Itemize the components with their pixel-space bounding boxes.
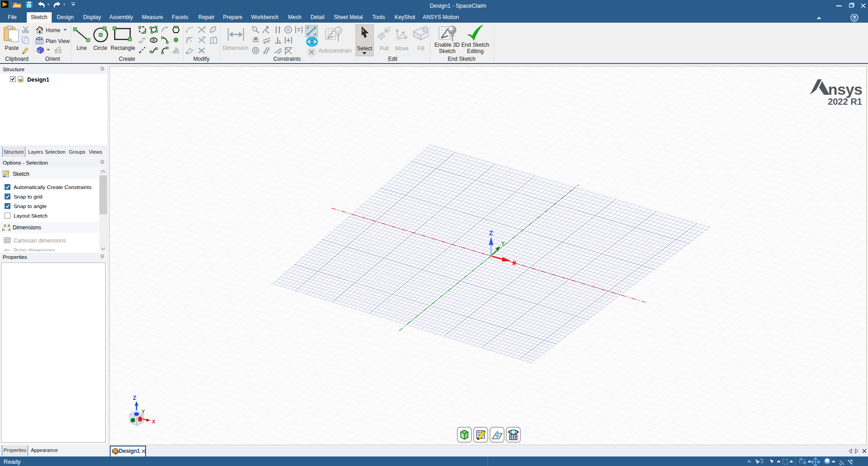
svg-text:2022 R1: 2022 R1 — [828, 97, 862, 107]
svg-text:?: ? — [853, 15, 856, 21]
svg-text:Z: Z — [133, 395, 136, 401]
svg-text:Z: Z — [489, 229, 493, 237]
svg-text:Y: Y — [141, 409, 145, 414]
svg-text:X: X — [152, 419, 156, 424]
svg-text:nsys: nsys — [828, 81, 863, 98]
svg-text:Y: Y — [501, 241, 505, 247]
svg-text:X X: X X — [4, 223, 10, 228]
